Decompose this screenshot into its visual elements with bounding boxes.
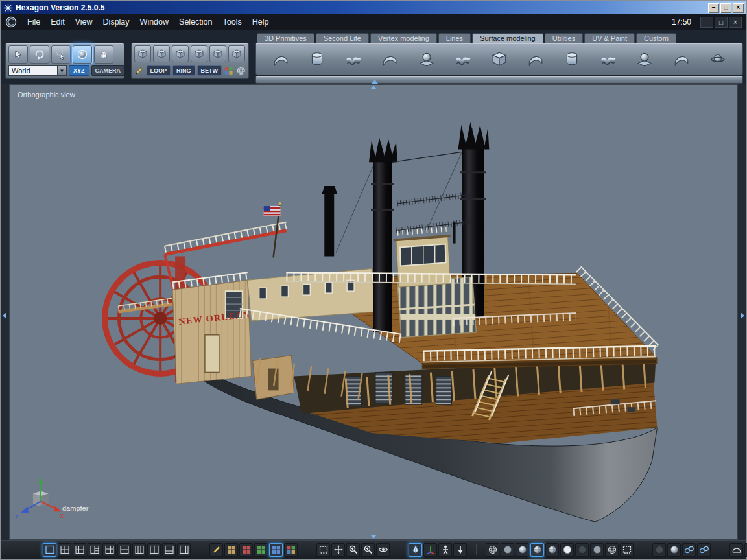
layout-quad-button[interactable]	[58, 543, 71, 557]
cube-select-6-button[interactable]	[228, 45, 245, 62]
betw-button[interactable]: BETW	[197, 65, 222, 76]
ghost-mode-button[interactable]	[94, 45, 113, 64]
visibility-eye-button[interactable]	[376, 543, 390, 557]
tab-utilities[interactable]: Utilities	[545, 33, 583, 43]
layout-single-button[interactable]	[43, 543, 56, 557]
surface-tool-13[interactable]	[704, 49, 731, 69]
cube-select-3-button[interactable]	[172, 45, 189, 62]
tab-3d-primitives[interactable]: 3D Primitives	[257, 33, 314, 43]
tab-lines[interactable]: Lines	[438, 33, 471, 43]
select-cursor-button[interactable]	[8, 45, 28, 64]
tab-custom[interactable]: Custom	[636, 33, 676, 43]
shade-smooth-button[interactable]	[516, 543, 529, 557]
chevron-down-icon[interactable]: ▼	[58, 65, 67, 76]
app-close-button[interactable]: ×	[729, 17, 742, 28]
layout-quad-c-button[interactable]	[102, 543, 116, 557]
shade-dark-button[interactable]	[575, 543, 589, 557]
surface-tool-5[interactable]	[413, 49, 440, 69]
app-maximize-button[interactable]: □	[715, 17, 728, 28]
draw-pen-button[interactable]	[409, 543, 422, 557]
checker-icon[interactable]	[224, 65, 234, 76]
surface-tool-6[interactable]	[449, 49, 477, 69]
cube-select-1-button[interactable]	[134, 45, 151, 62]
zoom-in-button[interactable]	[346, 543, 360, 557]
viewport[interactable]: NEW ORLEANS	[9, 84, 738, 540]
menu-view[interactable]: View	[70, 16, 98, 29]
bottom-panel-collapse-icon[interactable]	[370, 535, 377, 539]
layout-rows-button[interactable]	[117, 543, 131, 557]
shade-points-button[interactable]	[605, 543, 619, 557]
left-panel-collapse-icon[interactable]	[3, 312, 6, 319]
transform-move-button[interactable]	[331, 543, 345, 557]
shade-bbox-button[interactable]	[620, 543, 634, 557]
select-rect-button[interactable]	[316, 543, 330, 557]
toolbar-collapse-arrow-icon[interactable]	[372, 80, 378, 84]
shade-wireframe-button[interactable]	[486, 543, 499, 557]
app-minimize-button[interactable]: –	[700, 17, 713, 28]
layout-quad-b-button[interactable]	[73, 543, 86, 557]
menu-help[interactable]: Help	[247, 16, 274, 29]
surface-tool-1[interactable]	[267, 49, 294, 69]
shade-gray-button[interactable]	[590, 543, 604, 557]
tab-uv-paint[interactable]: UV & Paint	[584, 33, 635, 43]
cube-select-2-button[interactable]	[153, 45, 170, 62]
area-select-button[interactable]	[51, 45, 71, 64]
surface-tool-4[interactable]	[376, 49, 403, 69]
menu-selection[interactable]: Selection	[174, 16, 217, 29]
cube-select-4-button[interactable]	[191, 45, 208, 62]
surface-tool-8[interactable]	[522, 49, 549, 69]
uv-pencil-icon[interactable]	[134, 65, 145, 76]
grid-red-button[interactable]	[239, 543, 253, 557]
shade-flat-button[interactable]	[501, 543, 514, 557]
menu-file[interactable]: File	[22, 16, 45, 29]
tab-second-life[interactable]: Second Life	[316, 33, 369, 43]
shade-smooth-wire-button[interactable]	[530, 543, 544, 557]
character-mode-button[interactable]	[438, 543, 452, 557]
titlebar[interactable]: Hexagon Version 2.5.0.5 – □ ×	[1, 1, 746, 14]
shade-textured-button[interactable]	[545, 543, 559, 557]
material-grid-tan-button[interactable]	[224, 543, 238, 557]
steamboat-model[interactable]: NEW ORLEANS	[104, 122, 658, 522]
sphere-bright-button[interactable]	[667, 543, 681, 557]
grid-blue-button[interactable]	[269, 543, 283, 557]
loop-button[interactable]: LOOP	[147, 65, 171, 76]
grid-green-button[interactable]	[254, 543, 268, 557]
layout-split-v-button[interactable]	[177, 543, 191, 557]
menu-window[interactable]: Window	[135, 16, 174, 29]
symmetry-spheres-button[interactable]	[682, 543, 696, 557]
layout-col-rows-button[interactable]	[88, 543, 101, 557]
surface-tool-9[interactable]	[558, 49, 586, 69]
surface-tool-2[interactable]	[303, 49, 331, 69]
ring-select-icon[interactable]	[236, 65, 246, 76]
wire-spheres-button[interactable]	[697, 543, 711, 557]
gravity-arrow-button[interactable]	[453, 543, 467, 557]
surface-tool-11[interactable]	[631, 49, 658, 69]
window-close-button[interactable]: ×	[733, 3, 744, 13]
camera-button[interactable]: CAMERA	[91, 65, 125, 76]
cube-select-5-button[interactable]	[209, 45, 226, 62]
xyz-button[interactable]: XYZ	[69, 65, 89, 76]
ring-button[interactable]: RING	[172, 65, 195, 76]
tab-surface-modeling[interactable]: Surface modeling	[472, 33, 543, 43]
surface-tool-3[interactable]	[340, 49, 367, 69]
zoom-fit-button[interactable]	[361, 543, 375, 557]
coordinate-space-select[interactable]: World ▼	[8, 65, 67, 76]
layout-cols-3-button[interactable]	[132, 543, 146, 557]
viewport-3d-scene[interactable]: NEW ORLEANS	[10, 85, 737, 539]
menu-edit[interactable]: Edit	[45, 16, 70, 29]
right-panel-collapse-icon[interactable]	[741, 312, 744, 319]
soft-selection-button[interactable]	[73, 45, 92, 64]
shade-white-button[interactable]	[560, 543, 574, 557]
sphere-dark-button[interactable]	[652, 543, 666, 557]
surface-tool-12[interactable]	[668, 49, 695, 69]
uv-edit-button[interactable]	[209, 543, 223, 557]
surface-tool-7[interactable]	[486, 49, 513, 69]
object-cube-button[interactable]	[744, 543, 747, 557]
orbit-rotate-button[interactable]	[30, 45, 49, 64]
tab-vertex-modeling[interactable]: Vertex modeling	[370, 33, 437, 43]
menu-tools[interactable]: Tools	[217, 16, 246, 29]
surface-tool-10[interactable]	[595, 49, 622, 69]
window-minimize-button[interactable]: –	[708, 3, 719, 13]
manipulator-axes-button[interactable]	[423, 543, 437, 557]
menu-display[interactable]: Display	[98, 16, 135, 29]
